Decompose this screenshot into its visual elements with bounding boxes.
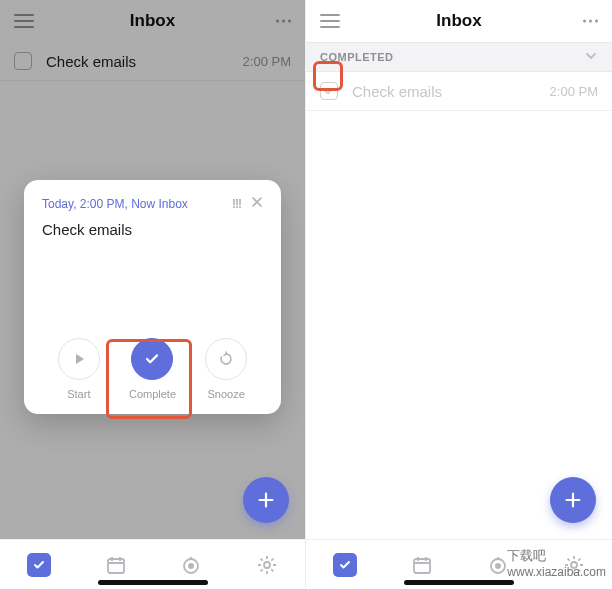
priority-icon[interactable]: !!!	[232, 197, 241, 211]
modal-controls: !!!	[232, 196, 263, 211]
checkbox-icon	[27, 553, 51, 577]
nav-calendar[interactable]	[411, 554, 433, 576]
svg-point-3	[264, 562, 270, 568]
nav-focus[interactable]	[180, 554, 202, 576]
snooze-icon	[205, 338, 247, 380]
task-title: Check emails	[352, 83, 550, 100]
start-label: Start	[67, 388, 90, 400]
timer-icon	[180, 554, 202, 576]
calendar-icon	[411, 554, 433, 576]
screen-right: Inbox COMPLETED Check emails 2:00 PM	[306, 0, 612, 589]
chevron-down-icon	[584, 51, 598, 63]
modal-schedule-label: Today, 2:00 PM, Now	[42, 197, 155, 211]
plus-icon	[255, 489, 277, 511]
watermark: 下载吧 www.xiazaiba.com	[507, 547, 606, 579]
task-list: COMPLETED Check emails 2:00 PM	[306, 42, 612, 539]
svg-rect-0	[108, 559, 124, 573]
complete-action[interactable]: Complete	[117, 338, 187, 400]
task-checkbox-checked[interactable]	[320, 82, 338, 100]
add-task-fab[interactable]	[243, 477, 289, 523]
modal-list-tag: Inbox	[159, 197, 188, 211]
home-indicator	[404, 580, 514, 585]
checkbox-icon	[333, 553, 357, 577]
start-action[interactable]: Start	[44, 338, 114, 400]
check-icon	[131, 338, 173, 380]
completed-section-header[interactable]: COMPLETED	[306, 42, 612, 72]
modal-task-title[interactable]: Check emails	[42, 221, 263, 238]
modal-actions: Start Complete Snooze	[42, 328, 263, 400]
timer-icon	[487, 554, 509, 576]
home-indicator	[98, 580, 208, 585]
task-detail-modal: Today, 2:00 PM, Now Inbox !!! Check emai…	[24, 180, 281, 414]
gear-icon	[256, 554, 278, 576]
modal-meta[interactable]: Today, 2:00 PM, Now Inbox	[42, 197, 188, 211]
section-label: COMPLETED	[320, 51, 394, 63]
task-row[interactable]: Check emails 2:00 PM	[306, 72, 612, 111]
nav-tasks[interactable]	[333, 553, 357, 577]
plus-icon	[562, 489, 584, 511]
hamburger-icon	[320, 14, 340, 28]
menu-button[interactable]	[320, 14, 340, 28]
calendar-icon	[105, 554, 127, 576]
page-title: Inbox	[436, 11, 481, 31]
nav-settings[interactable]	[256, 554, 278, 576]
svg-rect-4	[414, 559, 430, 573]
dots-icon	[583, 20, 586, 23]
nav-focus[interactable]	[487, 554, 509, 576]
nav-tasks[interactable]	[27, 553, 51, 577]
task-time: 2:00 PM	[550, 84, 598, 99]
svg-point-6	[495, 563, 501, 569]
play-icon	[58, 338, 100, 380]
snooze-label: Snooze	[207, 388, 244, 400]
add-task-fab[interactable]	[550, 477, 596, 523]
svg-point-2	[188, 563, 194, 569]
screen-left: Inbox Check emails 2:00 PM Today, 2:00 P…	[0, 0, 306, 589]
more-button[interactable]	[583, 20, 598, 23]
check-icon	[323, 85, 335, 97]
close-icon[interactable]	[251, 196, 263, 211]
complete-label: Complete	[129, 388, 176, 400]
snooze-action[interactable]: Snooze	[191, 338, 261, 400]
modal-meta-row: Today, 2:00 PM, Now Inbox !!!	[42, 196, 263, 211]
app-header: Inbox	[306, 0, 612, 42]
nav-calendar[interactable]	[105, 554, 127, 576]
